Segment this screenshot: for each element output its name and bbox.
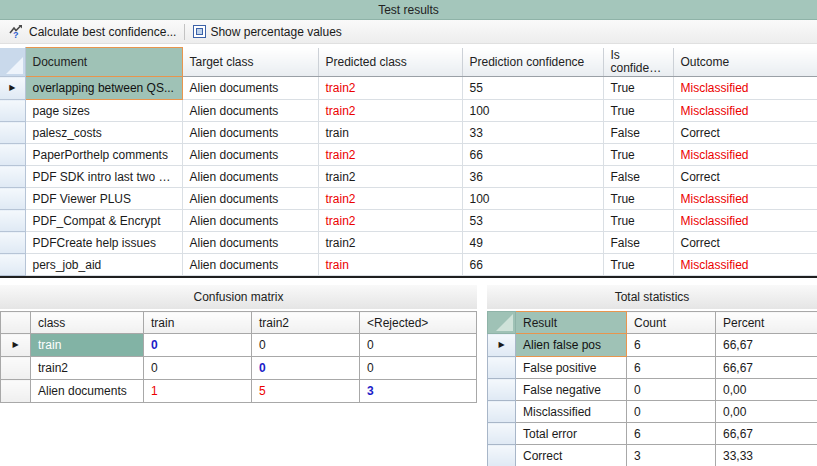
matrix-value-cell[interactable]: 0 [360, 357, 477, 380]
result-cell[interactable]: False positive [516, 357, 627, 379]
target-class-cell[interactable]: Alien documents [182, 100, 318, 122]
class-cell[interactable]: train2 [31, 357, 144, 380]
document-cell[interactable]: palesz_costs [25, 122, 182, 144]
percent-cell[interactable]: 66,67 [716, 334, 817, 357]
prediction-confidence-cell[interactable]: 33 [462, 122, 603, 144]
column-header-train[interactable]: train [144, 312, 252, 334]
is-confident-cell[interactable]: True [603, 188, 673, 210]
prediction-confidence-cell[interactable]: 66 [462, 144, 603, 166]
count-cell[interactable]: 6 [627, 423, 716, 445]
matrix-value-cell[interactable]: 5 [252, 380, 360, 403]
column-header-prediction-confidence[interactable]: Prediction confidence [462, 48, 603, 77]
matrix-value-cell[interactable]: 0 [252, 357, 360, 380]
select-all-corner[interactable] [0, 48, 25, 77]
row-header[interactable] [488, 401, 516, 423]
target-class-cell[interactable]: Alien documents [182, 144, 318, 166]
percent-cell[interactable]: 66,67 [716, 357, 817, 379]
count-cell[interactable]: 0 [627, 379, 716, 401]
prediction-confidence-cell[interactable]: 36 [462, 166, 603, 188]
row-header[interactable] [488, 423, 516, 445]
predicted-class-cell[interactable]: train2 [318, 166, 462, 188]
count-cell[interactable]: 6 [627, 357, 716, 379]
matrix-value-cell[interactable]: 3 [360, 380, 477, 403]
row-header[interactable] [0, 100, 25, 122]
outcome-cell[interactable]: Misclassified [673, 100, 817, 122]
prediction-confidence-cell[interactable]: 49 [462, 232, 603, 254]
is-confident-cell[interactable]: False [603, 232, 673, 254]
percent-cell[interactable]: 0,00 [716, 379, 817, 401]
result-cell[interactable]: Correct [516, 445, 627, 466]
is-confident-cell[interactable]: True [603, 100, 673, 122]
predicted-class-cell[interactable]: train2 [318, 77, 462, 100]
row-header[interactable] [0, 254, 25, 276]
document-cell[interactable]: PDF SDK intro last two se... [25, 166, 182, 188]
is-confident-cell[interactable]: True [603, 210, 673, 232]
is-confident-cell[interactable]: True [603, 254, 673, 276]
outcome-cell[interactable]: Misclassified [673, 210, 817, 232]
matrix-value-cell[interactable]: 0 [144, 334, 252, 357]
result-cell[interactable]: Total error [516, 423, 627, 445]
percent-cell[interactable]: 33,33 [716, 445, 817, 466]
outcome-cell[interactable]: Misclassified [673, 254, 817, 276]
matrix-value-cell[interactable]: 0 [360, 334, 477, 357]
outcome-cell[interactable]: Correct [673, 166, 817, 188]
column-header-class[interactable]: class [31, 312, 144, 334]
prediction-confidence-cell[interactable]: 53 [462, 210, 603, 232]
row-header[interactable] [488, 445, 516, 466]
target-class-cell[interactable]: Alien documents [182, 188, 318, 210]
target-class-cell[interactable]: Alien documents [182, 77, 318, 100]
confusion-matrix-corner[interactable] [1, 312, 31, 334]
column-header-is-confident[interactable]: Is confident? [603, 48, 673, 77]
document-cell[interactable]: page sizes [25, 100, 182, 122]
is-confident-cell[interactable]: True [603, 144, 673, 166]
row-header[interactable] [0, 122, 25, 144]
document-cell[interactable]: PDF_Compat & Encrypt [25, 210, 182, 232]
prediction-confidence-cell[interactable]: 66 [462, 254, 603, 276]
target-class-cell[interactable]: Alien documents [182, 210, 318, 232]
outcome-cell[interactable]: Misclassified [673, 144, 817, 166]
class-cell[interactable]: Alien documents [31, 380, 144, 403]
matrix-value-cell[interactable]: 0 [144, 357, 252, 380]
predicted-class-cell[interactable]: train2 [318, 100, 462, 122]
prediction-confidence-cell[interactable]: 100 [462, 100, 603, 122]
document-cell[interactable]: overlapping between QS... [25, 77, 182, 100]
column-header-result[interactable]: Result [516, 312, 627, 334]
row-header[interactable] [1, 357, 31, 380]
count-cell[interactable]: 3 [627, 445, 716, 466]
target-class-cell[interactable]: Alien documents [182, 232, 318, 254]
row-header[interactable]: ▶ [488, 334, 516, 357]
column-header-rejected[interactable]: <Rejected> [360, 312, 477, 334]
prediction-confidence-cell[interactable]: 100 [462, 188, 603, 210]
matrix-value-cell[interactable]: 1 [144, 380, 252, 403]
prediction-confidence-cell[interactable]: 55 [462, 77, 603, 100]
predicted-class-cell[interactable]: train [318, 122, 462, 144]
document-cell[interactable]: pers_job_aid [25, 254, 182, 276]
row-header[interactable] [0, 232, 25, 254]
outcome-cell[interactable]: Correct [673, 232, 817, 254]
count-cell[interactable]: 6 [627, 334, 716, 357]
predicted-class-cell[interactable]: train2 [318, 188, 462, 210]
result-cell[interactable]: Misclassified [516, 401, 627, 423]
column-header-train2[interactable]: train2 [252, 312, 360, 334]
column-header-count[interactable]: Count [627, 312, 716, 334]
total-statistics-corner[interactable] [488, 312, 516, 334]
column-header-document[interactable]: Document [25, 48, 182, 77]
document-cell[interactable]: PDFCreate help issues [25, 232, 182, 254]
row-header[interactable] [488, 357, 516, 379]
count-cell[interactable]: 0 [627, 401, 716, 423]
is-confident-cell[interactable]: True [603, 77, 673, 100]
is-confident-cell[interactable]: False [603, 122, 673, 144]
predicted-class-cell[interactable]: train [318, 254, 462, 276]
class-cell[interactable]: train [31, 334, 144, 357]
row-header[interactable] [0, 144, 25, 166]
column-header-target-class[interactable]: Target class [182, 48, 318, 77]
predicted-class-cell[interactable]: train2 [318, 144, 462, 166]
target-class-cell[interactable]: Alien documents [182, 122, 318, 144]
row-header[interactable] [0, 210, 25, 232]
percent-cell[interactable]: 0,00 [716, 401, 817, 423]
row-header[interactable] [488, 379, 516, 401]
outcome-cell[interactable]: Correct [673, 122, 817, 144]
outcome-cell[interactable]: Misclassified [673, 188, 817, 210]
matrix-value-cell[interactable]: 0 [252, 334, 360, 357]
column-header-outcome[interactable]: Outcome [673, 48, 817, 77]
